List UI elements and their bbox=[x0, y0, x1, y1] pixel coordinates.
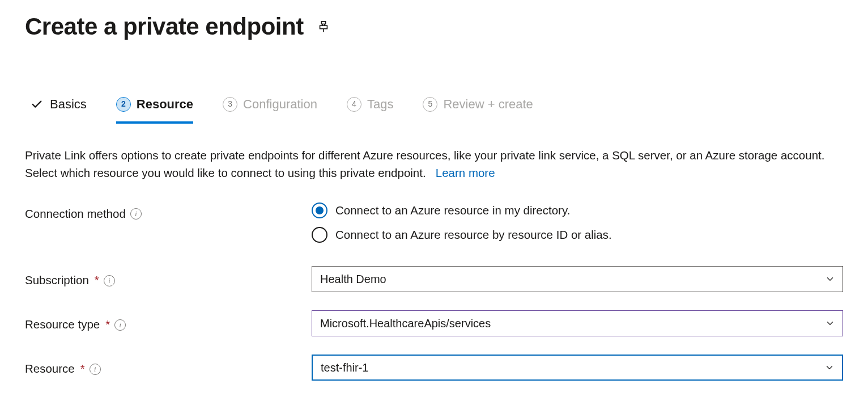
required-asterisk: * bbox=[95, 272, 99, 289]
wizard-tabs: Basics 2 Resource 3 Configuration 4 Tags… bbox=[25, 96, 843, 124]
subscription-select[interactable]: Health Demo bbox=[312, 266, 843, 292]
step-number: 3 bbox=[223, 97, 237, 112]
tab-label: Tags bbox=[367, 96, 393, 113]
step-number: 4 bbox=[347, 97, 361, 112]
resource-label: Resource bbox=[25, 361, 75, 377]
page-title: Create a private endpoint bbox=[25, 10, 304, 44]
radio-icon bbox=[312, 227, 327, 243]
radio-connect-resource-id[interactable]: Connect to an Azure resource by resource… bbox=[312, 227, 843, 243]
tab-tags[interactable]: 4 Tags bbox=[347, 96, 393, 124]
tab-configuration[interactable]: 3 Configuration bbox=[223, 96, 317, 124]
tab-resource[interactable]: 2 Resource bbox=[116, 96, 193, 124]
required-asterisk: * bbox=[80, 361, 85, 377]
subscription-label: Subscription bbox=[25, 272, 89, 289]
radio-icon bbox=[312, 202, 327, 218]
connection-method-radios: Connect to an Azure resource in my direc… bbox=[312, 202, 843, 243]
chevron-down-icon bbox=[824, 273, 836, 285]
connection-method-label: Connection method bbox=[25, 206, 126, 222]
tab-label: Resource bbox=[137, 96, 193, 113]
chevron-down-icon bbox=[824, 318, 836, 329]
resource-type-select[interactable]: Microsoft.HealthcareApis/services bbox=[312, 310, 843, 336]
tab-basics[interactable]: Basics bbox=[29, 96, 87, 124]
row-resource: Resource * i test-fhir-1 bbox=[25, 355, 843, 381]
check-icon bbox=[29, 98, 44, 111]
svg-rect-0 bbox=[321, 22, 325, 24]
tab-label: Review + create bbox=[443, 96, 533, 113]
step-number: 5 bbox=[423, 97, 437, 112]
radio-connect-directory[interactable]: Connect to an Azure resource in my direc… bbox=[312, 202, 843, 219]
info-icon[interactable]: i bbox=[130, 208, 142, 220]
row-resource-type: Resource type * i Microsoft.HealthcareAp… bbox=[25, 310, 843, 336]
resource-type-label: Resource type bbox=[25, 317, 100, 333]
info-icon[interactable]: i bbox=[90, 364, 101, 375]
radio-label: Connect to an Azure resource by resource… bbox=[335, 227, 612, 243]
description-body: Private Link offers options to create pr… bbox=[25, 149, 824, 180]
tab-review-create[interactable]: 5 Review + create bbox=[423, 96, 533, 124]
radio-label: Connect to an Azure resource in my direc… bbox=[335, 202, 570, 219]
pin-icon[interactable] bbox=[317, 20, 330, 33]
select-value: Health Demo bbox=[320, 271, 386, 287]
learn-more-link[interactable]: Learn more bbox=[436, 166, 495, 179]
resource-select[interactable]: test-fhir-1 bbox=[312, 355, 843, 381]
info-icon[interactable]: i bbox=[114, 319, 126, 331]
tab-label: Basics bbox=[50, 96, 87, 113]
row-subscription: Subscription * i Health Demo bbox=[25, 266, 843, 292]
required-asterisk: * bbox=[105, 317, 110, 333]
step-number: 2 bbox=[116, 97, 131, 112]
chevron-down-icon bbox=[824, 362, 835, 373]
select-value: Microsoft.HealthcareApis/services bbox=[320, 315, 491, 331]
description-text: Private Link offers options to create pr… bbox=[25, 146, 843, 183]
row-connection-method: Connection method i Connect to an Azure … bbox=[25, 202, 843, 243]
tab-label: Configuration bbox=[243, 96, 317, 113]
svg-rect-1 bbox=[320, 26, 327, 29]
select-value: test-fhir-1 bbox=[321, 360, 368, 376]
info-icon[interactable]: i bbox=[104, 275, 115, 286]
